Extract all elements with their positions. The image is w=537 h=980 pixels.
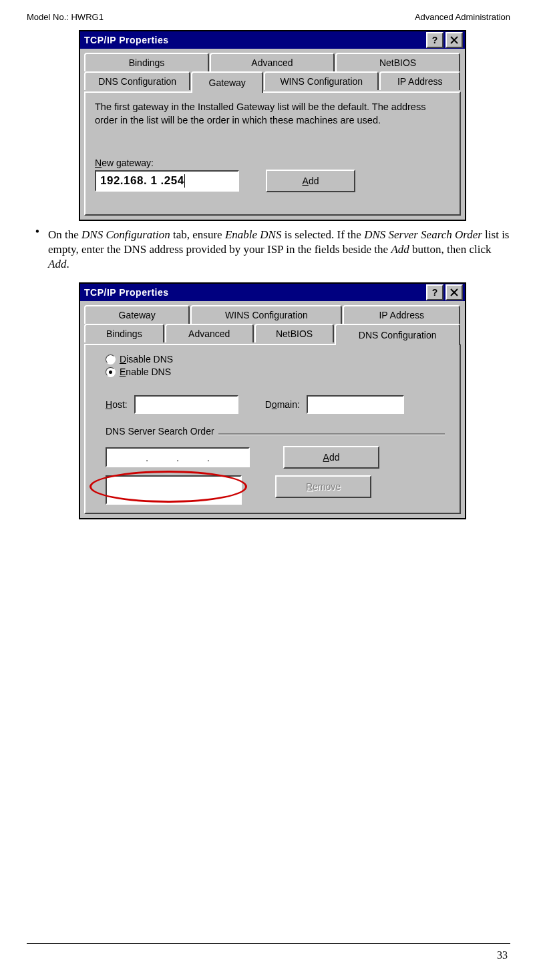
help-button[interactable]: ? [426, 32, 443, 48]
header-left: Model No.: HWRG1 [27, 12, 104, 22]
tab-ip-address[interactable]: IP Address [379, 71, 460, 90]
dns-ip-input[interactable]: . . . [106, 447, 250, 467]
page-number: 33 [497, 949, 508, 961]
new-gateway-input[interactable]: 192.168. 1 .254 [95, 170, 239, 192]
dialog2-title: TCP/IP Properties [84, 287, 424, 298]
tab-netbios[interactable]: NetBIOS [254, 324, 335, 342]
dns-server-list[interactable] [106, 475, 242, 505]
footer-rule [27, 943, 510, 944]
host-label: Host: [106, 399, 128, 410]
remove-button[interactable]: Remove [275, 475, 371, 498]
radio-enable-dns[interactable]: Enable DNS [106, 366, 445, 377]
domain-input[interactable] [307, 395, 404, 414]
radio-disable-dns[interactable]: Disable DNS [106, 354, 445, 364]
tab-dns-configuration[interactable]: DNS Configuration [84, 71, 190, 90]
tab-gateway[interactable]: Gateway [84, 305, 190, 324]
help-button[interactable]: ? [426, 284, 443, 300]
domain-label: Domain: [265, 399, 300, 410]
tab-gateway[interactable]: Gateway [191, 71, 263, 93]
new-gateway-value: 192.168. 1 .254 [100, 174, 184, 188]
screenshot-dns: TCP/IP Properties ? Gateway WINS Configu… [79, 282, 510, 519]
tab-wins-configuration[interactable]: WINS Configuration [190, 305, 342, 324]
dns-ip-dots: . . . [146, 452, 210, 463]
add-button[interactable]: Add [266, 170, 355, 192]
add-button[interactable]: Add [283, 446, 379, 469]
screenshot-gateway: TCP/IP Properties ? Bindings Advanced Ne… [79, 30, 510, 221]
tab-dns-configuration[interactable]: DNS Configuration [335, 324, 460, 345]
gateway-description: The first gateway in the Installed Gatew… [95, 101, 450, 127]
tab-wins-configuration[interactable]: WINS Configuration [264, 71, 379, 90]
dialog1-title: TCP/IP Properties [84, 35, 424, 45]
host-input[interactable] [134, 395, 238, 414]
tab-bindings[interactable]: Bindings [84, 53, 209, 71]
dns-search-order-label: DNS Server Search Order [106, 426, 214, 437]
bullet-marker: • [27, 225, 48, 276]
tab-bindings[interactable]: Bindings [84, 324, 164, 342]
close-icon [450, 36, 458, 44]
close-button[interactable] [445, 32, 463, 48]
close-icon [450, 288, 458, 296]
tab-ip-address[interactable]: IP Address [343, 305, 460, 324]
bullet-text: On the DNS Configuration tab, ensure Ena… [48, 228, 510, 272]
header-right: Advanced Administration [415, 12, 510, 22]
tab-advanced[interactable]: Advanced [165, 324, 254, 342]
new-gateway-label: New gateway: [95, 158, 450, 168]
tab-advanced[interactable]: Advanced [210, 53, 335, 71]
tab-netbios[interactable]: NetBIOS [335, 53, 460, 71]
close-button[interactable] [445, 284, 463, 300]
